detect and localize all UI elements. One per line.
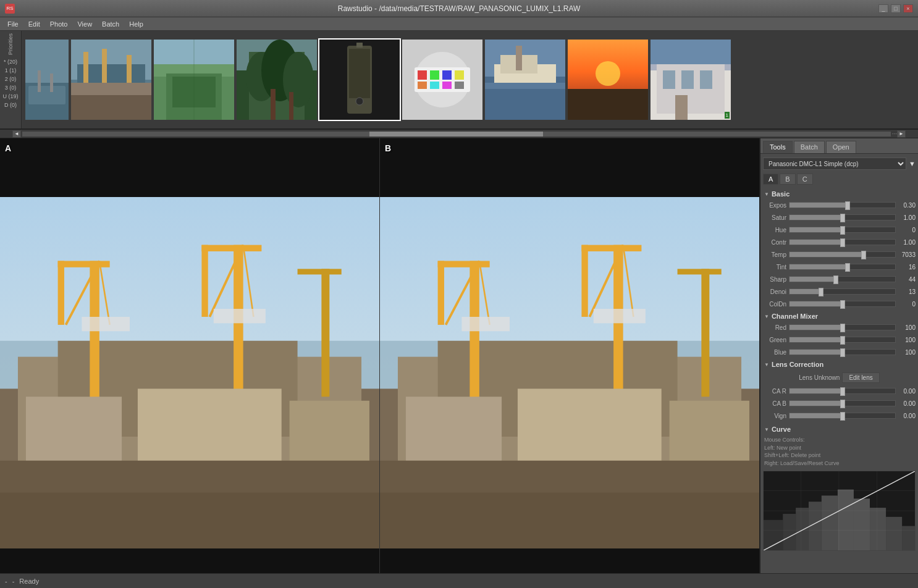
slider-tint-handle[interactable]	[845, 263, 850, 272]
priorities-panel: Priorities * (20) 1 (1) 2 (0) 3 (0) U (1…	[0, 31, 22, 128]
thumbnail-6[interactable]	[402, 40, 482, 120]
svg-rect-59	[675, 95, 688, 120]
priority-3[interactable]: 3 (0)	[0, 83, 21, 92]
menu-file[interactable]: File	[2, 19, 23, 29]
curve-instruction-4: Right: Load/Save/Reset Curve	[764, 460, 914, 468]
slider-denoi-handle[interactable]	[819, 288, 823, 296]
edit-lens-button[interactable]: Edit lens	[842, 372, 879, 383]
basic-sliders: Expos 0.30 Satur 1.00 Hue	[763, 200, 916, 309]
svg-rect-121	[838, 490, 854, 550]
slider-denoi-track[interactable]	[789, 288, 896, 295]
scroll-sep: ···	[892, 130, 897, 137]
scroll-left-arrow[interactable]: ◄	[12, 130, 21, 138]
svg-rect-8	[83, 52, 88, 86]
slider-vign-handle[interactable]	[840, 412, 845, 421]
priority-d[interactable]: D (0)	[0, 101, 21, 109]
slider-expos-handle[interactable]	[845, 201, 850, 210]
abc-tab-a[interactable]: A	[763, 174, 778, 185]
slider-red-track[interactable]	[789, 324, 896, 330]
slider-satur-handle[interactable]	[840, 214, 845, 222]
abc-tab-b[interactable]: B	[780, 174, 795, 185]
slider-green-track[interactable]	[789, 337, 896, 343]
section-lens-correction-header[interactable]: ▼ Lens Correction	[763, 359, 916, 370]
menu-batch[interactable]: Batch	[97, 19, 124, 29]
slider-ca-b-handle[interactable]	[840, 400, 845, 408]
curve-canvas[interactable]	[763, 471, 916, 551]
priority-2[interactable]: 2 (0)	[0, 75, 21, 83]
priority-1[interactable]: 1 (1)	[0, 66, 21, 75]
svg-rect-67	[58, 261, 110, 267]
thumbnail-4[interactable]	[237, 40, 317, 120]
slider-coldn-handle[interactable]	[840, 300, 845, 309]
slider-ca-r-handle[interactable]	[840, 387, 845, 396]
scroll-thumb[interactable]	[369, 132, 543, 136]
close-button[interactable]: ×	[903, 4, 913, 13]
slider-red-handle[interactable]	[840, 324, 845, 332]
slider-temp-track[interactable]	[789, 251, 896, 258]
slider-coldn-track[interactable]	[789, 301, 896, 307]
scroll-right-arrow[interactable]: ►	[897, 130, 906, 138]
tab-batch[interactable]: Batch	[794, 141, 825, 153]
lens-buttons: Lens Unknown Edit lens	[763, 372, 916, 383]
menu-help[interactable]: Help	[124, 19, 148, 29]
slider-ca-b-track[interactable]	[789, 400, 896, 406]
slider-sharp-handle[interactable]	[833, 275, 838, 284]
svg-rect-43	[455, 82, 464, 89]
slider-contr-track[interactable]	[789, 239, 896, 245]
thumbnail-3[interactable]	[154, 40, 234, 120]
tab-open[interactable]: Open	[826, 141, 856, 153]
minimize-button[interactable]: _	[878, 4, 888, 13]
slider-hue-track[interactable]	[789, 227, 896, 233]
slider-vign-track[interactable]	[789, 413, 896, 419]
section-basic-header[interactable]: ▼ Basic	[763, 188, 916, 200]
thumbnail-7[interactable]	[485, 40, 565, 120]
tab-tools[interactable]: Tools	[763, 141, 793, 153]
section-channel-mixer-header[interactable]: ▼ Channel Mixer	[763, 311, 916, 322]
menu-view[interactable]: View	[72, 19, 97, 29]
menu-edit[interactable]: Edit	[23, 19, 45, 29]
svg-rect-37	[430, 70, 439, 80]
thumbnail-2[interactable]	[71, 40, 151, 120]
priority-all[interactable]: * (20)	[0, 57, 21, 66]
slider-sharp-track[interactable]	[789, 276, 896, 282]
scroll-track[interactable]	[22, 132, 891, 136]
svg-rect-42	[442, 82, 452, 89]
slider-hue-value: 0	[896, 227, 916, 233]
slider-green-handle[interactable]	[840, 336, 845, 345]
slider-sharp-row: Sharp 44	[763, 274, 916, 285]
thumbnail-5[interactable]	[319, 40, 400, 120]
svg-rect-95	[613, 245, 623, 405]
slider-coldn-row: ColDn 0	[763, 298, 916, 309]
svg-rect-26	[271, 89, 276, 120]
profile-select[interactable]: Panasonic DMC-L1 Simple (dcp) Panasonic …	[763, 158, 906, 170]
slider-temp-handle[interactable]	[861, 251, 866, 259]
section-channel-mixer-label: Channel Mixer	[772, 313, 818, 320]
thumbnail-badge-9: 1	[725, 112, 730, 119]
panel-a-image[interactable]	[0, 197, 379, 548]
thumbnail-8[interactable]	[568, 40, 648, 120]
slider-tint-track[interactable]	[789, 264, 896, 270]
maximize-button[interactable]: □	[891, 4, 901, 13]
titlebar-controls: _ □ ×	[878, 4, 913, 13]
slider-satur-track[interactable]	[789, 214, 896, 220]
menu-photo[interactable]: Photo	[45, 19, 73, 29]
svg-rect-82	[214, 309, 266, 323]
svg-rect-84	[0, 461, 379, 493]
svg-rect-124	[886, 517, 902, 550]
section-curve-header[interactable]: ▼ Curve	[763, 424, 916, 435]
priority-u[interactable]: U (19)	[0, 92, 21, 101]
thumbnail-1[interactable]	[25, 40, 69, 120]
thumbnail-9[interactable]: 1	[651, 40, 731, 120]
panel-a-top	[0, 138, 379, 197]
slider-blue-track[interactable]	[789, 349, 896, 355]
slider-ca-r-track[interactable]	[789, 388, 896, 394]
svg-rect-96	[581, 245, 641, 251]
slider-hue-handle[interactable]	[840, 226, 845, 235]
slider-coldn-label: ColDn	[763, 301, 789, 308]
svg-rect-38	[442, 70, 452, 80]
abc-tab-c[interactable]: C	[797, 174, 813, 185]
panel-b-image[interactable]	[380, 197, 759, 548]
slider-contr-handle[interactable]	[840, 238, 845, 247]
slider-expos-track[interactable]	[789, 202, 896, 208]
slider-blue-handle[interactable]	[840, 348, 845, 357]
